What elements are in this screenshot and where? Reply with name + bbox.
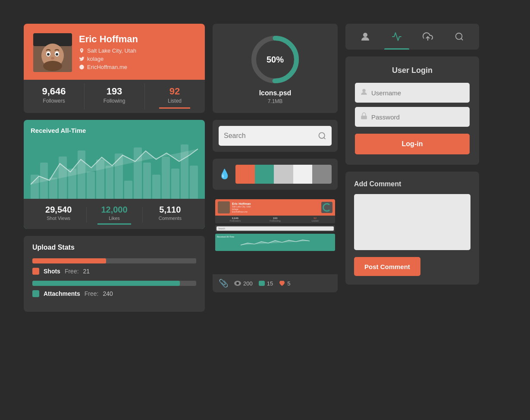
comment-card: Add Comment Post Comment xyxy=(345,172,479,285)
username-input[interactable] xyxy=(371,89,464,97)
password-input[interactable] xyxy=(371,113,464,121)
comment-title: Add Comment xyxy=(354,180,470,188)
svg-point-17 xyxy=(456,33,462,40)
likes-label: Likes xyxy=(86,216,142,221)
left-column: Eric Hoffman Salt Lake City, Utah kolage… xyxy=(24,24,205,312)
chart-line-svg xyxy=(31,138,198,197)
user-icon xyxy=(360,88,368,96)
palette-swatches xyxy=(235,165,332,184)
profile-location: Salt Lake City, Utah xyxy=(79,47,195,54)
followers-label: Followers xyxy=(28,98,80,104)
comment-textarea[interactable] xyxy=(354,194,470,250)
shots-color-dot xyxy=(32,268,39,275)
profile-card: Eric Hoffman Salt Lake City, Utah kolage… xyxy=(24,24,205,113)
profile-info: Eric Hoffman Salt Lake City, Utah kolage… xyxy=(79,34,195,72)
shots-free-value: 21 xyxy=(83,268,90,275)
password-icon xyxy=(360,112,368,122)
chart-title: Received All-Time xyxy=(31,127,198,134)
upload-stats-card: Upload Stats Shots Free: 21 Attachments … xyxy=(24,236,205,312)
following-count: 193 xyxy=(88,86,140,97)
preview-card: Eric Hoffman Salt Lake City, Utah kolage… xyxy=(213,197,338,292)
views-count: 200 xyxy=(243,280,253,287)
search-icon xyxy=(318,132,326,140)
shot-views-count: 29,540 xyxy=(31,205,86,215)
activity-icon xyxy=(392,31,402,42)
svg-line-12 xyxy=(324,138,326,139)
login-button[interactable]: Log-in xyxy=(355,134,470,154)
circle-filename: Icons.psd xyxy=(259,89,292,97)
password-input-row[interactable] xyxy=(355,107,470,127)
shots-free-label: Free: xyxy=(65,268,79,275)
chart-area xyxy=(31,138,198,199)
likes-stat: 12,000 Likes xyxy=(86,205,142,225)
upload-title: Upload Stats xyxy=(32,244,196,251)
swatch-teal[interactable] xyxy=(255,165,274,184)
comments-label: Comments xyxy=(142,216,198,221)
dropper-icon: 💧 xyxy=(219,169,230,180)
stat-followers: 9,646 Followers xyxy=(24,80,84,113)
svg-point-19 xyxy=(362,89,366,92)
username-icon xyxy=(360,88,368,98)
svg-point-8 xyxy=(43,61,62,71)
lock-icon xyxy=(360,112,368,120)
stats-chart-card: Received All-Time xyxy=(24,120,205,229)
swatch-light-gray[interactable] xyxy=(274,165,293,184)
svg-point-14 xyxy=(236,282,239,285)
progress-circle-container: 50% xyxy=(251,36,299,83)
profile-stats: 9,646 Followers 193 Following 92 Listed xyxy=(24,80,205,113)
circle-percent: 50% xyxy=(267,55,284,65)
tab-activity[interactable] xyxy=(381,24,413,50)
location-icon xyxy=(79,48,85,53)
following-label: Following xyxy=(88,98,140,104)
preview-footer: 📎 200 15 5 xyxy=(213,274,338,292)
swatch-orange[interactable] xyxy=(235,165,255,184)
shots-progress-fill xyxy=(32,258,106,263)
comments-count: 5,110 xyxy=(142,205,198,215)
preview-likes-count: 5 xyxy=(287,280,290,287)
tab-bar xyxy=(345,24,479,50)
comments-stat: 5,110 Comments xyxy=(142,205,198,225)
shot-views-label: Shot Views xyxy=(31,216,86,221)
svg-point-11 xyxy=(319,133,325,138)
middle-column: 50% Icons.psd 7.1MB 💧 xyxy=(213,24,338,292)
globe-icon xyxy=(79,64,85,70)
swatch-white[interactable] xyxy=(293,165,313,184)
attachments-progress-fill xyxy=(32,281,180,286)
svg-point-9 xyxy=(79,65,84,69)
right-column: User Login Log-i xyxy=(345,24,479,285)
svg-point-7 xyxy=(51,57,54,60)
swatch-gray[interactable] xyxy=(312,165,332,184)
login-card: User Login Log-i xyxy=(345,56,479,165)
cloud-upload-icon xyxy=(423,31,433,42)
tab-upload[interactable] xyxy=(412,24,444,50)
username-input-row[interactable] xyxy=(355,83,470,103)
search-input-wrap[interactable] xyxy=(219,126,332,146)
post-comment-button[interactable]: Post Comment xyxy=(354,257,420,276)
svg-point-5 xyxy=(47,53,50,56)
twitter-icon xyxy=(79,56,85,62)
attachments-free-label: Free: xyxy=(85,290,99,297)
login-title: User Login xyxy=(355,66,470,75)
stat-listed: 92 Listed xyxy=(144,80,205,113)
svg-line-18 xyxy=(461,38,463,40)
profile-website: EricHoffman.me xyxy=(79,64,195,70)
followers-count: 9,646 xyxy=(28,86,80,97)
search-card xyxy=(213,120,338,152)
person-icon xyxy=(360,31,370,42)
attachments-stat-row: Attachments Free: 240 xyxy=(32,290,196,297)
tab-search[interactable] xyxy=(444,24,475,50)
svg-rect-20 xyxy=(361,116,367,119)
tab-profile[interactable] xyxy=(350,24,381,50)
profile-name: Eric Hoffman xyxy=(79,34,195,45)
attachments-free-value: 240 xyxy=(103,290,113,297)
search-input[interactable] xyxy=(224,132,318,140)
search-tab-icon xyxy=(455,32,464,41)
profile-top: Eric Hoffman Salt Lake City, Utah kolage… xyxy=(24,24,205,80)
likes-count: 12,000 xyxy=(86,205,142,215)
stat-following: 193 Following xyxy=(84,80,144,113)
attachments-label: Attachments xyxy=(44,290,80,297)
listed-label: Listed xyxy=(149,98,201,104)
attachments-color-dot xyxy=(32,290,39,297)
attachments-progress-bg xyxy=(32,281,196,286)
avatar-image xyxy=(33,33,72,72)
